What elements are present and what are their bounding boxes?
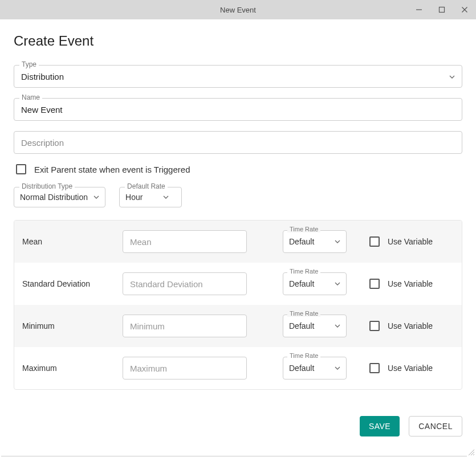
param-label-minimum: Minimum [21,321,117,330]
type-value: Distribution [21,72,64,81]
use-variable-minimum: Use Variable [369,321,455,331]
exit-parent-label: Exit Parent state when event is Triggere… [34,165,190,174]
chevron-down-icon [335,364,340,373]
footer: SAVE CANCEL [14,416,462,436]
svg-rect-1 [440,7,445,13]
chevron-down-icon [335,321,340,330]
use-variable-label: Use Variable [388,279,433,288]
exit-parent-checkbox[interactable] [16,164,26,174]
param-label-mean: Mean [21,237,117,246]
close-icon [461,6,468,13]
close-button[interactable] [453,0,476,19]
time-rate-label: Time Rate [287,352,320,359]
minimize-icon [416,6,422,13]
default-rate-label: Default Rate [125,182,168,190]
time-rate-field-minimum: Time Rate Default [283,315,347,337]
time-rate-field-maximum: Time Rate Default [283,357,347,380]
titlebar: New Event [0,0,476,19]
time-rate-field-mean: Time Rate Default [283,230,347,253]
name-field: Name [14,98,462,121]
time-rate-select-stddev[interactable]: Default [283,272,347,295]
type-label: Type [19,60,39,68]
chevron-down-icon [449,72,455,81]
maximize-icon [438,6,445,13]
use-variable-label: Use Variable [388,321,433,330]
param-input-maximum[interactable] [123,357,247,380]
chevron-down-icon [93,193,99,202]
name-label: Name [19,93,42,101]
use-variable-checkbox-minimum[interactable] [369,321,380,331]
time-rate-value: Default [289,279,314,288]
use-variable-checkbox-maximum[interactable] [369,363,380,373]
time-rate-select-mean[interactable]: Default [283,230,347,253]
window-controls [408,0,476,19]
params-table: Mean Time Rate Default Use Variable Stan… [14,220,462,390]
page-title: Create Event [14,33,462,49]
chevron-down-icon [335,237,340,246]
time-rate-value: Default [289,237,314,246]
use-variable-checkbox-mean[interactable] [369,236,380,247]
param-label-stddev: Standard Deviation [21,279,117,288]
bottom-divider [1,456,467,456]
default-rate-value: Hour [125,193,143,202]
cancel-button[interactable]: CANCEL [409,416,462,436]
use-variable-mean: Use Variable [369,236,455,247]
time-rate-value: Default [289,364,314,373]
exit-parent-row: Exit Parent state when event is Triggere… [14,164,462,174]
default-rate-field: Default Rate Hour [119,187,182,207]
param-row-maximum: Maximum Time Rate Default Use Variable [14,347,462,389]
minimize-button[interactable] [408,0,430,19]
param-label-maximum: Maximum [21,364,117,373]
chevron-down-icon [163,193,169,202]
type-select[interactable]: Distribution [14,65,462,88]
content: Create Event Type Distribution Name Exit… [0,19,476,450]
param-input-stddev[interactable] [123,272,247,295]
dist-type-value: Normal Distribution [20,193,88,202]
param-row-stddev: Standard Deviation Time Rate Default Use… [14,263,462,305]
dist-rate-group: Distribution Type Normal Distribution De… [14,187,462,207]
use-variable-checkbox-stddev[interactable] [369,279,380,289]
param-row-mean: Mean Time Rate Default Use Variable [14,221,462,263]
use-variable-maximum: Use Variable [369,363,455,373]
maximize-button[interactable] [430,0,453,19]
resize-handle[interactable] [467,448,475,456]
use-variable-label: Use Variable [388,237,433,246]
use-variable-label: Use Variable [388,364,433,373]
description-field [14,131,462,154]
param-row-minimum: Minimum Time Rate Default Use Variable [14,305,462,347]
time-rate-value: Default [289,321,314,330]
time-rate-label: Time Rate [287,310,320,317]
time-rate-label: Time Rate [287,268,320,275]
chevron-down-icon [335,279,340,288]
type-field: Type Distribution [14,65,462,88]
use-variable-stddev: Use Variable [369,279,455,289]
time-rate-label: Time Rate [287,226,320,232]
param-input-mean[interactable] [123,230,247,253]
window-title: New Event [220,6,256,14]
time-rate-select-minimum[interactable]: Default [283,315,347,337]
save-button[interactable]: SAVE [360,416,400,436]
dist-type-field: Distribution Type Normal Distribution [14,187,105,207]
time-rate-field-stddev: Time Rate Default [283,272,347,295]
description-input[interactable] [14,131,462,154]
time-rate-select-maximum[interactable]: Default [283,357,347,380]
svg-line-6 [473,454,474,455]
name-input[interactable] [14,98,462,121]
param-input-minimum[interactable] [123,315,247,337]
resize-icon [467,448,475,456]
dist-type-label: Distribution Type [19,182,75,190]
